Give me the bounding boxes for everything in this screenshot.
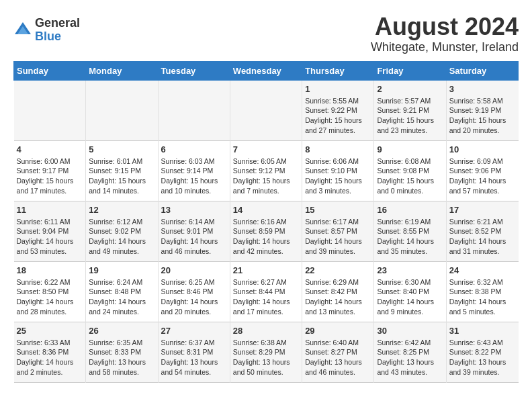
calendar-week-row: 4Sunrise: 6:00 AM Sunset: 9:17 PM Daylig… [14,140,519,201]
day-info: Sunrise: 5:55 AM Sunset: 9:22 PM Dayligh… [305,96,371,136]
day-number: 4 [17,144,83,154]
calendar-cell [14,80,86,140]
day-info: Sunrise: 6:43 AM Sunset: 8:22 PM Dayligh… [449,338,516,377]
header: General Blue August 2024 Whitegate, Muns… [13,13,519,54]
calendar-cell: 21Sunrise: 6:27 AM Sunset: 8:44 PM Dayli… [230,261,302,322]
weekday-header-saturday: Saturday [446,61,518,80]
page-subtitle: Whitegate, Munster, Ireland [371,40,519,54]
calendar-cell: 6Sunrise: 6:03 AM Sunset: 9:14 PM Daylig… [158,140,230,201]
logo-blue: Blue [35,30,80,44]
day-number: 12 [89,205,154,215]
calendar-cell: 15Sunrise: 6:17 AM Sunset: 8:57 PM Dayli… [302,201,374,261]
calendar-cell: 25Sunrise: 6:33 AM Sunset: 8:36 PM Dayli… [14,322,86,382]
calendar-cell: 14Sunrise: 6:16 AM Sunset: 8:59 PM Dayli… [230,201,302,261]
calendar-cell: 12Sunrise: 6:12 AM Sunset: 9:02 PM Dayli… [86,201,158,261]
calendar-cell: 9Sunrise: 6:08 AM Sunset: 9:08 PM Daylig… [374,140,446,201]
calendar-cell: 19Sunrise: 6:24 AM Sunset: 8:48 PM Dayli… [86,261,158,322]
page-title: August 2024 [371,13,519,40]
title-area: August 2024 Whitegate, Munster, Ireland [371,13,519,54]
calendar-cell: 8Sunrise: 6:06 AM Sunset: 9:10 PM Daylig… [302,140,374,201]
calendar-cell: 20Sunrise: 6:25 AM Sunset: 8:46 PM Dayli… [158,261,230,322]
day-info: Sunrise: 6:32 AM Sunset: 8:38 PM Dayligh… [449,277,516,317]
day-number: 13 [161,205,227,215]
day-info: Sunrise: 6:19 AM Sunset: 8:55 PM Dayligh… [377,217,443,257]
day-number: 21 [233,265,299,275]
calendar-cell: 18Sunrise: 6:22 AM Sunset: 8:50 PM Dayli… [14,261,86,322]
day-info: Sunrise: 6:22 AM Sunset: 8:50 PM Dayligh… [17,277,83,317]
day-number: 7 [233,144,299,154]
calendar-cell: 31Sunrise: 6:43 AM Sunset: 8:22 PM Dayli… [446,322,518,382]
calendar-cell: 4Sunrise: 6:00 AM Sunset: 9:17 PM Daylig… [14,140,86,201]
day-number: 16 [377,205,443,215]
calendar-week-row: 25Sunrise: 6:33 AM Sunset: 8:36 PM Dayli… [14,322,519,382]
calendar-cell: 5Sunrise: 6:01 AM Sunset: 9:15 PM Daylig… [86,140,158,201]
day-info: Sunrise: 6:40 AM Sunset: 8:27 PM Dayligh… [305,338,371,377]
calendar-cell: 1Sunrise: 5:55 AM Sunset: 9:22 PM Daylig… [302,80,374,140]
day-number: 27 [161,326,227,336]
calendar-cell: 3Sunrise: 5:58 AM Sunset: 9:19 PM Daylig… [446,80,518,140]
day-number: 26 [89,326,154,336]
day-number: 15 [305,205,371,215]
day-number: 2 [377,84,443,94]
calendar-cell: 16Sunrise: 6:19 AM Sunset: 8:55 PM Dayli… [374,201,446,261]
day-info: Sunrise: 6:35 AM Sunset: 8:33 PM Dayligh… [89,338,154,377]
calendar-cell: 17Sunrise: 6:21 AM Sunset: 8:52 PM Dayli… [446,201,518,261]
day-info: Sunrise: 6:33 AM Sunset: 8:36 PM Dayligh… [17,338,83,377]
calendar-week-row: 11Sunrise: 6:11 AM Sunset: 9:04 PM Dayli… [14,201,519,261]
day-info: Sunrise: 6:06 AM Sunset: 9:10 PM Dayligh… [305,156,371,196]
day-number: 24 [449,265,516,275]
day-info: Sunrise: 6:16 AM Sunset: 8:59 PM Dayligh… [233,217,299,257]
day-info: Sunrise: 6:14 AM Sunset: 9:01 PM Dayligh… [161,217,227,257]
day-info: Sunrise: 6:30 AM Sunset: 8:40 PM Dayligh… [377,277,443,317]
calendar-week-row: 18Sunrise: 6:22 AM Sunset: 8:50 PM Dayli… [14,261,519,322]
day-number: 19 [89,265,154,275]
day-info: Sunrise: 6:12 AM Sunset: 9:02 PM Dayligh… [89,217,154,257]
day-info: Sunrise: 5:57 AM Sunset: 9:21 PM Dayligh… [377,96,443,136]
day-info: Sunrise: 6:37 AM Sunset: 8:31 PM Dayligh… [161,338,227,377]
calendar-cell [86,80,158,140]
day-number: 29 [305,326,371,336]
logo: General Blue [13,17,80,44]
day-number: 28 [233,326,299,336]
calendar-cell: 28Sunrise: 6:38 AM Sunset: 8:29 PM Dayli… [230,322,302,382]
calendar-cell: 23Sunrise: 6:30 AM Sunset: 8:40 PM Dayli… [374,261,446,322]
calendar-cell: 22Sunrise: 6:29 AM Sunset: 8:42 PM Dayli… [302,261,374,322]
day-number: 30 [377,326,443,336]
weekday-header-thursday: Thursday [302,61,374,80]
day-number: 10 [449,144,516,154]
calendar-cell: 11Sunrise: 6:11 AM Sunset: 9:04 PM Dayli… [14,201,86,261]
weekday-header-monday: Monday [86,61,158,80]
day-number: 1 [305,84,371,94]
day-info: Sunrise: 6:42 AM Sunset: 8:25 PM Dayligh… [377,338,443,377]
day-info: Sunrise: 6:01 AM Sunset: 9:15 PM Dayligh… [89,156,154,196]
day-number: 23 [377,265,443,275]
day-number: 6 [161,144,227,154]
calendar-table: SundayMondayTuesdayWednesdayThursdayFrid… [13,61,519,383]
day-info: Sunrise: 6:05 AM Sunset: 9:12 PM Dayligh… [233,156,299,196]
day-info: Sunrise: 6:27 AM Sunset: 8:44 PM Dayligh… [233,277,299,317]
calendar-cell: 30Sunrise: 6:42 AM Sunset: 8:25 PM Dayli… [374,322,446,382]
day-number: 31 [449,326,516,336]
calendar-cell [230,80,302,140]
day-number: 22 [305,265,371,275]
weekday-header-wednesday: Wednesday [230,61,302,80]
day-number: 3 [449,84,516,94]
day-info: Sunrise: 6:00 AM Sunset: 9:17 PM Dayligh… [17,156,83,196]
calendar-cell: 7Sunrise: 6:05 AM Sunset: 9:12 PM Daylig… [230,140,302,201]
day-info: Sunrise: 5:58 AM Sunset: 9:19 PM Dayligh… [449,96,516,136]
calendar-cell: 27Sunrise: 6:37 AM Sunset: 8:31 PM Dayli… [158,322,230,382]
day-info: Sunrise: 6:17 AM Sunset: 8:57 PM Dayligh… [305,217,371,257]
day-info: Sunrise: 6:11 AM Sunset: 9:04 PM Dayligh… [17,217,83,257]
day-info: Sunrise: 6:21 AM Sunset: 8:52 PM Dayligh… [449,217,516,257]
calendar-cell: 13Sunrise: 6:14 AM Sunset: 9:01 PM Dayli… [158,201,230,261]
calendar-cell: 2Sunrise: 5:57 AM Sunset: 9:21 PM Daylig… [374,80,446,140]
logo-text: General Blue [35,17,80,44]
weekday-header-sunday: Sunday [14,61,86,80]
weekday-header-tuesday: Tuesday [158,61,230,80]
day-info: Sunrise: 6:38 AM Sunset: 8:29 PM Dayligh… [233,338,299,377]
logo-icon [13,21,32,40]
day-number: 25 [17,326,83,336]
calendar-cell: 29Sunrise: 6:40 AM Sunset: 8:27 PM Dayli… [302,322,374,382]
calendar-cell: 24Sunrise: 6:32 AM Sunset: 8:38 PM Dayli… [446,261,518,322]
calendar-cell: 26Sunrise: 6:35 AM Sunset: 8:33 PM Dayli… [86,322,158,382]
